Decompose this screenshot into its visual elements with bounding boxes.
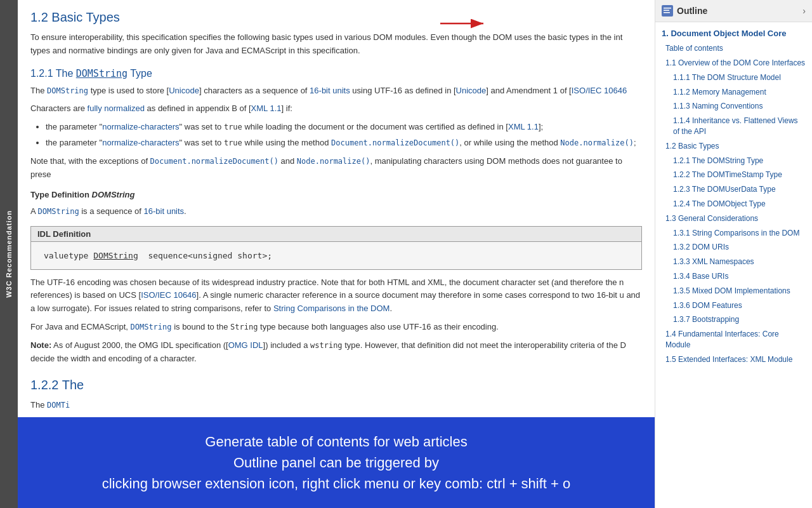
bullet-1: the parameter "normalize-characters" was… — [46, 121, 642, 134]
outline-item-4[interactable]: 1.1.2 Memory Management — [655, 85, 812, 100]
type-def-body: A DOMString is a sequence of 16-bit unit… — [30, 205, 642, 218]
note-bold: Note: — [30, 340, 51, 350]
xml11-link[interactable]: XML 1.1 — [251, 104, 282, 113]
outline-item-18[interactable]: 1.3.6 DOM Features — [655, 298, 812, 313]
overlay-banner: Generate table of contents for web artic… — [18, 417, 655, 508]
outline-chevron-icon[interactable]: › — [802, 6, 806, 16]
idl-code: valuetype DOMString sequence<unsigned sh… — [31, 242, 641, 269]
string-comp-link[interactable]: String Comparisons in the DOM — [273, 304, 390, 313]
domstring-link-1[interactable]: DOMString — [47, 86, 88, 95]
outline-item-14[interactable]: 1.3.2 DOM URIs — [655, 240, 812, 255]
omg-note: Note: As of August 2000, the OMG IDL spe… — [30, 339, 642, 366]
normalize-chars-link-2[interactable]: normalize-characters — [102, 138, 179, 147]
normalized-para: Characters are fully normalized as defin… — [30, 102, 642, 116]
unicode-link-2[interactable]: Unicode — [456, 86, 487, 95]
outline-nav: 1. Document Object Model CoreTable of co… — [655, 22, 812, 371]
section-1-2-title: 1.2 Basic Types — [30, 10, 642, 25]
outline-item-3[interactable]: 1.1.1 The DOM Structure Model — [655, 70, 812, 85]
overlay-line1: Generate table of contents for web artic… — [30, 431, 642, 452]
outline-item-20[interactable]: 1.4 Fundamental Interfaces: Core Module — [655, 327, 812, 352]
outline-item-12[interactable]: 1.3 General Considerations — [655, 211, 812, 226]
outline-item-0[interactable]: 1. Document Object Model Core — [655, 26, 812, 41]
outline-item-1[interactable]: Table of contents — [655, 41, 812, 56]
normalize-doc-link[interactable]: Document.normalizeDocument() — [331, 138, 459, 147]
section-1-2-2-title: 1.2.2 The — [30, 378, 642, 392]
outline-item-16[interactable]: 1.3.4 Base URIs — [655, 269, 812, 284]
xml11-link-2[interactable]: XML 1.1 — [508, 122, 539, 131]
outline-title: Outline — [677, 6, 707, 16]
svg-rect-4 — [664, 12, 670, 13]
svg-rect-2 — [664, 8, 671, 9]
outline-item-10[interactable]: 1.2.3 The DOMUserData Type — [655, 182, 812, 197]
svg-rect-3 — [664, 10, 669, 11]
outline-item-5[interactable]: 1.1.3 Naming Conventions — [655, 99, 812, 114]
domstring-para1: The DOMString type is used to store [Uni… — [30, 84, 642, 98]
domtimestamp-para: The DOMTi — [30, 399, 642, 412]
domstring-link-3[interactable]: DOMString — [131, 323, 172, 331]
outline-item-9[interactable]: 1.2.2 The DOMTimeStamp Type — [655, 168, 812, 182]
java-para: For Java and ECMAScript, DOMString is bo… — [30, 321, 642, 334]
outline-item-7[interactable]: 1.2 Basic Types — [655, 139, 812, 154]
main-content: 1.2 Basic Types To ensure interoperabili… — [18, 0, 655, 508]
normalize-doc-link-2[interactable]: Document.normalizeDocument() — [150, 157, 278, 166]
outline-item-19[interactable]: 1.3.7 Bootstrapping — [655, 312, 812, 327]
outline-header-left: Outline — [662, 5, 707, 17]
outline-item-13[interactable]: 1.3.1 String Comparisons in the DOM — [655, 226, 812, 241]
16bit-link-1[interactable]: 16-bit units — [310, 86, 350, 95]
idl-box: IDL Definition valuetype DOMString seque… — [30, 226, 642, 270]
w3c-sidebar: W3C Recommendation — [0, 0, 18, 508]
domtimestamp-link[interactable]: DOMTi — [47, 401, 70, 410]
outline-panel: Outline › 1. Document Object Model CoreT… — [655, 0, 812, 508]
domstring-italic: DOMString — [92, 190, 135, 199]
iso-link[interactable]: ISO/IEC 10646 — [572, 86, 627, 95]
omg-idl-link[interactable]: OMG IDL — [228, 340, 263, 350]
normalize-chars-link-1[interactable]: normalize-characters — [102, 122, 179, 131]
w3c-recommendation-label: W3C Recommendation — [5, 210, 13, 298]
domstring-link-2[interactable]: DOMString — [38, 207, 79, 216]
overlay-line3: clicking browser extension icon, right c… — [30, 473, 642, 494]
outline-item-11[interactable]: 1.2.4 The DOMObject Type — [655, 197, 812, 211]
iso-link-2[interactable]: ISO/IEC 10646 — [141, 290, 196, 300]
intro-paragraph: To ensure interoperability, this specifi… — [30, 31, 642, 58]
note-normalize: Note that, with the exceptions of Docume… — [30, 155, 642, 182]
node-normalize-link-2[interactable]: Node.normalize() — [297, 157, 370, 166]
outline-item-21[interactable]: 1.5 Extended Interfaces: XML Module — [655, 352, 812, 367]
type-def-title: Type Definition DOMString — [30, 189, 642, 201]
outline-header: Outline › — [655, 0, 812, 22]
16bit-link-2[interactable]: 16-bit units — [144, 206, 185, 216]
overlay-line2: Outline panel can be triggered by — [30, 452, 642, 473]
normalize-list: the parameter "normalize-characters" was… — [46, 121, 642, 150]
outline-item-17[interactable]: 1.3.5 Mixed DOM Implementations — [655, 284, 812, 298]
outline-item-15[interactable]: 1.3.3 XML Namespaces — [655, 255, 812, 269]
fully-normalized-link[interactable]: fully normalized — [88, 104, 145, 113]
bullet-2: the parameter "normalize-characters" was… — [46, 137, 642, 150]
unicode-link-1[interactable]: Unicode — [169, 86, 199, 95]
node-normalize-link[interactable]: Node.normalize() — [560, 138, 634, 147]
outline-icon — [662, 5, 673, 17]
type-definition-domstring: Type Definition DOMString A DOMString is… — [30, 189, 642, 218]
outline-item-6[interactable]: 1.1.4 Inheritance vs. Flattened Views of… — [655, 114, 812, 139]
idl-header: IDL Definition — [31, 227, 641, 242]
utf16-para: The UTF-16 encoding was chosen because o… — [30, 276, 642, 316]
outline-item-8[interactable]: 1.2.1 The DOMString Type — [655, 154, 812, 168]
section-1-2-1-title: 1.2.1 The DOMString Type — [30, 68, 642, 79]
outline-item-2[interactable]: 1.1 Overview of the DOM Core Interfaces — [655, 56, 812, 70]
domstring-mono-title: DOMString — [76, 68, 128, 79]
